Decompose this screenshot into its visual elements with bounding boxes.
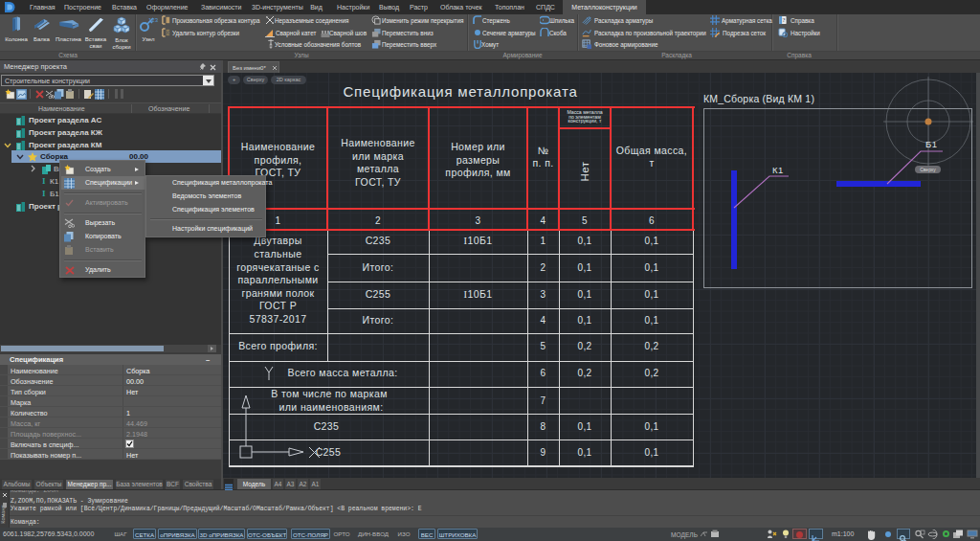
svg-text:123: 123 [148, 17, 159, 23]
svg-text:?: ? [783, 16, 786, 23]
